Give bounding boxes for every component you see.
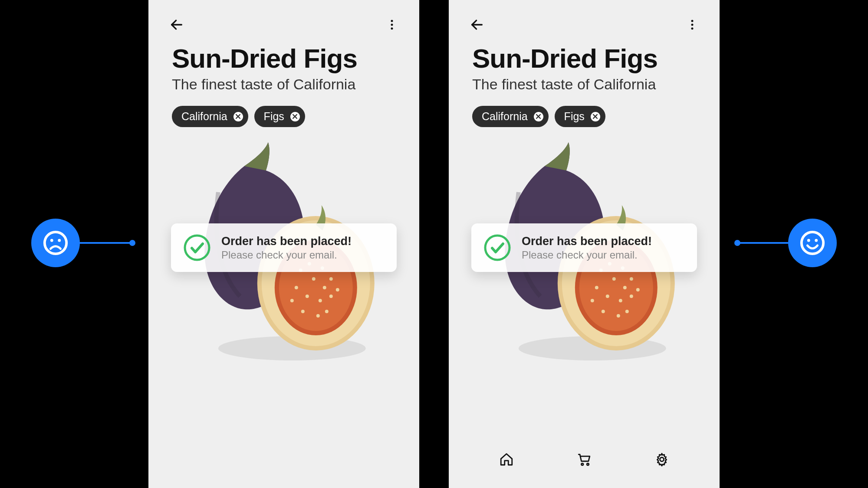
more-vertical-icon [385,18,398,31]
arrow-left-icon [470,17,484,32]
happy-face-icon [799,229,826,256]
svg-point-49 [630,295,633,298]
svg-point-48 [619,299,622,302]
close-icon [236,114,240,119]
product-subtitle: The finest taste of California [172,76,396,93]
svg-point-23 [301,310,305,313]
chip-label: California [181,110,227,123]
back-button[interactable] [470,17,484,32]
svg-point-53 [617,314,620,318]
feedback-badge-happy [790,220,835,265]
feedback-connector-dot-right [734,240,740,246]
top-bar [148,0,419,40]
svg-point-21 [312,277,316,281]
svg-point-30 [691,20,694,22]
order-toast: Order has been placed! Please check your… [471,223,697,272]
svg-point-26 [336,288,339,291]
home-icon [499,452,514,467]
svg-point-18 [306,295,309,298]
arrow-left-icon [169,17,184,32]
svg-point-1 [391,20,393,22]
svg-point-64 [802,232,823,254]
more-menu-button[interactable] [686,18,699,31]
toast-subtitle: Please check your email. [221,249,352,261]
close-icon [293,114,297,119]
svg-point-59 [587,463,589,465]
toast-subtitle: Please check your email. [522,249,652,261]
svg-point-17 [295,286,298,289]
product-content: Sun-Dried Figs The finest taste of Calif… [148,40,419,392]
nav-cart[interactable] [575,451,593,468]
phone-screen-right: Sun-Dried Figs The finest taste of Calif… [449,0,720,488]
tag-chips: California Figs [172,106,396,127]
svg-point-24 [316,314,320,318]
chip-california[interactable]: California [472,106,549,127]
back-button[interactable] [169,17,184,32]
svg-point-57 [485,236,510,260]
svg-point-52 [602,310,605,313]
svg-point-32 [691,27,694,29]
svg-point-20 [329,295,333,298]
top-bar [449,0,720,40]
nav-settings[interactable] [653,451,671,468]
svg-point-61 [45,232,66,254]
toast-text: Order has been placed! Please check your… [522,235,652,261]
svg-point-63 [58,239,61,242]
feedback-connector-right [735,242,792,244]
tag-chips: California Figs [472,106,696,127]
toast-text: Order has been placed! Please check your… [221,235,352,261]
chip-california[interactable]: California [172,106,248,127]
svg-point-47 [606,295,609,298]
bottom-nav [449,451,720,468]
more-menu-button[interactable] [385,18,398,31]
close-icon [536,114,541,119]
check-circle-icon [183,234,211,262]
svg-point-54 [591,299,594,302]
chip-figs[interactable]: Figs [555,106,605,127]
svg-point-31 [691,24,694,26]
svg-point-46 [595,286,598,289]
toast-title: Order has been placed! [221,235,352,248]
chip-remove-button[interactable] [591,112,600,121]
nav-home[interactable] [498,451,515,468]
svg-point-2 [391,24,393,26]
svg-point-56 [625,310,629,313]
product-content: Sun-Dried Figs The finest taste of Calif… [449,40,720,392]
svg-point-3 [391,27,393,29]
svg-point-16 [329,277,333,281]
svg-point-65 [807,239,810,242]
chip-remove-button[interactable] [290,112,300,121]
sad-face-icon [42,229,69,256]
product-subtitle: The finest taste of California [472,76,696,93]
svg-point-58 [581,463,583,465]
chip-label: California [482,110,528,123]
svg-point-28 [185,236,209,260]
chip-remove-button[interactable] [233,112,243,121]
svg-point-22 [323,286,326,289]
product-image-area: Order has been placed! Please check your… [472,140,696,392]
feedback-connector-dot-left [129,240,135,246]
svg-point-45 [630,277,633,281]
phone-screen-left: Sun-Dried Figs The finest taste of Calif… [148,0,419,488]
more-vertical-icon [686,18,699,31]
svg-point-55 [636,288,640,291]
toast-title: Order has been placed! [522,235,652,248]
order-toast: Order has been placed! Please check your… [171,223,397,272]
svg-point-62 [50,239,53,242]
product-title: Sun-Dried Figs [472,44,696,72]
svg-point-50 [612,277,616,281]
feedback-connector-left [76,242,133,244]
chip-figs[interactable]: Figs [254,106,305,127]
check-circle-icon [483,234,511,262]
feedback-badge-sad [33,220,78,265]
product-image-area: Order has been placed! Please check your… [172,140,396,392]
chip-label: Figs [564,110,585,123]
svg-point-51 [623,286,627,289]
svg-point-25 [290,299,294,302]
svg-point-27 [325,310,329,313]
close-icon [593,114,598,119]
svg-point-66 [815,239,818,242]
svg-point-60 [660,457,664,461]
cart-icon [577,452,592,467]
chip-remove-button[interactable] [534,112,543,121]
